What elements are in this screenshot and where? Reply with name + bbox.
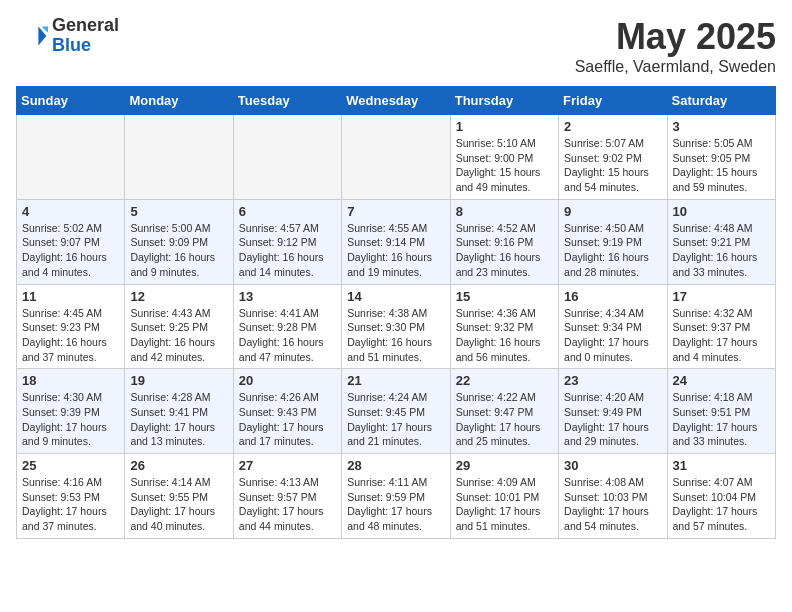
logo: General Blue [16,16,119,56]
day-info: Sunrise: 4:20 AM Sunset: 9:49 PM Dayligh… [564,390,661,449]
calendar-table: Sunday Monday Tuesday Wednesday Thursday… [16,86,776,539]
table-row: 20Sunrise: 4:26 AM Sunset: 9:43 PM Dayli… [233,369,341,454]
day-number: 6 [239,204,336,219]
day-info: Sunrise: 4:32 AM Sunset: 9:37 PM Dayligh… [673,306,770,365]
table-row: 31Sunrise: 4:07 AM Sunset: 10:04 PM Dayl… [667,454,775,539]
calendar-title: May 2025 [575,16,776,58]
col-tuesday: Tuesday [233,87,341,115]
table-row [233,115,341,200]
day-info: Sunrise: 4:50 AM Sunset: 9:19 PM Dayligh… [564,221,661,280]
table-row: 1Sunrise: 5:10 AM Sunset: 9:00 PM Daylig… [450,115,558,200]
table-row: 26Sunrise: 4:14 AM Sunset: 9:55 PM Dayli… [125,454,233,539]
table-row: 30Sunrise: 4:08 AM Sunset: 10:03 PM Dayl… [559,454,667,539]
day-number: 13 [239,289,336,304]
col-thursday: Thursday [450,87,558,115]
calendar-week-row: 4Sunrise: 5:02 AM Sunset: 9:07 PM Daylig… [17,199,776,284]
logo-icon [16,20,48,52]
day-info: Sunrise: 4:55 AM Sunset: 9:14 PM Dayligh… [347,221,444,280]
calendar-week-row: 11Sunrise: 4:45 AM Sunset: 9:23 PM Dayli… [17,284,776,369]
table-row: 3Sunrise: 5:05 AM Sunset: 9:05 PM Daylig… [667,115,775,200]
table-row: 4Sunrise: 5:02 AM Sunset: 9:07 PM Daylig… [17,199,125,284]
day-info: Sunrise: 5:00 AM Sunset: 9:09 PM Dayligh… [130,221,227,280]
day-info: Sunrise: 5:10 AM Sunset: 9:00 PM Dayligh… [456,136,553,195]
day-number: 20 [239,373,336,388]
day-number: 11 [22,289,119,304]
day-info: Sunrise: 4:18 AM Sunset: 9:51 PM Dayligh… [673,390,770,449]
table-row: 8Sunrise: 4:52 AM Sunset: 9:16 PM Daylig… [450,199,558,284]
table-row [342,115,450,200]
day-number: 21 [347,373,444,388]
day-info: Sunrise: 4:16 AM Sunset: 9:53 PM Dayligh… [22,475,119,534]
day-info: Sunrise: 4:22 AM Sunset: 9:47 PM Dayligh… [456,390,553,449]
col-friday: Friday [559,87,667,115]
col-sunday: Sunday [17,87,125,115]
table-row: 15Sunrise: 4:36 AM Sunset: 9:32 PM Dayli… [450,284,558,369]
table-row: 27Sunrise: 4:13 AM Sunset: 9:57 PM Dayli… [233,454,341,539]
day-number: 25 [22,458,119,473]
page-header: General Blue May 2025 Saeffle, Vaermland… [16,16,776,76]
table-row: 16Sunrise: 4:34 AM Sunset: 9:34 PM Dayli… [559,284,667,369]
day-number: 5 [130,204,227,219]
day-number: 27 [239,458,336,473]
calendar-subtitle: Saeffle, Vaermland, Sweden [575,58,776,76]
day-number: 2 [564,119,661,134]
table-row: 14Sunrise: 4:38 AM Sunset: 9:30 PM Dayli… [342,284,450,369]
day-number: 22 [456,373,553,388]
day-number: 28 [347,458,444,473]
day-info: Sunrise: 4:08 AM Sunset: 10:03 PM Daylig… [564,475,661,534]
day-info: Sunrise: 4:48 AM Sunset: 9:21 PM Dayligh… [673,221,770,280]
day-info: Sunrise: 4:45 AM Sunset: 9:23 PM Dayligh… [22,306,119,365]
logo-text: General Blue [52,16,119,56]
logo-blue: Blue [52,36,119,56]
day-number: 12 [130,289,227,304]
table-row: 10Sunrise: 4:48 AM Sunset: 9:21 PM Dayli… [667,199,775,284]
calendar-header-row: Sunday Monday Tuesday Wednesday Thursday… [17,87,776,115]
day-number: 3 [673,119,770,134]
day-info: Sunrise: 4:30 AM Sunset: 9:39 PM Dayligh… [22,390,119,449]
table-row: 11Sunrise: 4:45 AM Sunset: 9:23 PM Dayli… [17,284,125,369]
day-number: 1 [456,119,553,134]
day-info: Sunrise: 4:24 AM Sunset: 9:45 PM Dayligh… [347,390,444,449]
day-info: Sunrise: 4:11 AM Sunset: 9:59 PM Dayligh… [347,475,444,534]
day-number: 7 [347,204,444,219]
day-info: Sunrise: 4:43 AM Sunset: 9:25 PM Dayligh… [130,306,227,365]
day-info: Sunrise: 4:57 AM Sunset: 9:12 PM Dayligh… [239,221,336,280]
title-block: May 2025 Saeffle, Vaermland, Sweden [575,16,776,76]
day-number: 19 [130,373,227,388]
day-number: 23 [564,373,661,388]
calendar-week-row: 1Sunrise: 5:10 AM Sunset: 9:00 PM Daylig… [17,115,776,200]
day-info: Sunrise: 4:41 AM Sunset: 9:28 PM Dayligh… [239,306,336,365]
table-row: 28Sunrise: 4:11 AM Sunset: 9:59 PM Dayli… [342,454,450,539]
day-number: 29 [456,458,553,473]
day-number: 18 [22,373,119,388]
table-row: 2Sunrise: 5:07 AM Sunset: 9:02 PM Daylig… [559,115,667,200]
day-info: Sunrise: 4:52 AM Sunset: 9:16 PM Dayligh… [456,221,553,280]
table-row: 9Sunrise: 4:50 AM Sunset: 9:19 PM Daylig… [559,199,667,284]
day-info: Sunrise: 4:34 AM Sunset: 9:34 PM Dayligh… [564,306,661,365]
col-saturday: Saturday [667,87,775,115]
table-row: 22Sunrise: 4:22 AM Sunset: 9:47 PM Dayli… [450,369,558,454]
day-info: Sunrise: 4:26 AM Sunset: 9:43 PM Dayligh… [239,390,336,449]
day-number: 10 [673,204,770,219]
col-wednesday: Wednesday [342,87,450,115]
table-row: 7Sunrise: 4:55 AM Sunset: 9:14 PM Daylig… [342,199,450,284]
day-number: 17 [673,289,770,304]
day-number: 16 [564,289,661,304]
table-row: 29Sunrise: 4:09 AM Sunset: 10:01 PM Dayl… [450,454,558,539]
day-info: Sunrise: 5:05 AM Sunset: 9:05 PM Dayligh… [673,136,770,195]
table-row: 13Sunrise: 4:41 AM Sunset: 9:28 PM Dayli… [233,284,341,369]
day-info: Sunrise: 4:14 AM Sunset: 9:55 PM Dayligh… [130,475,227,534]
day-number: 15 [456,289,553,304]
day-info: Sunrise: 4:28 AM Sunset: 9:41 PM Dayligh… [130,390,227,449]
day-number: 9 [564,204,661,219]
logo-general: General [52,16,119,36]
table-row: 24Sunrise: 4:18 AM Sunset: 9:51 PM Dayli… [667,369,775,454]
day-number: 30 [564,458,661,473]
day-info: Sunrise: 4:09 AM Sunset: 10:01 PM Daylig… [456,475,553,534]
day-info: Sunrise: 5:07 AM Sunset: 9:02 PM Dayligh… [564,136,661,195]
calendar-week-row: 18Sunrise: 4:30 AM Sunset: 9:39 PM Dayli… [17,369,776,454]
day-number: 8 [456,204,553,219]
day-info: Sunrise: 4:07 AM Sunset: 10:04 PM Daylig… [673,475,770,534]
day-number: 26 [130,458,227,473]
table-row: 5Sunrise: 5:00 AM Sunset: 9:09 PM Daylig… [125,199,233,284]
